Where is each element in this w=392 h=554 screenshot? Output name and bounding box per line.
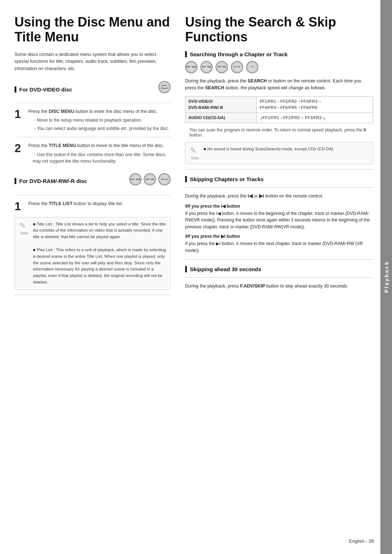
skipping30-text: During the playback, press F.ADV/SKIP bu…	[185, 283, 373, 290]
dvd-ram-disc-icon: DVD-RAM	[129, 173, 142, 186]
skipping30-section: Skipping ahead 30 seconds During the pla…	[185, 266, 373, 290]
prev-button-text: If you press the I◀ button, it moves to …	[185, 210, 373, 231]
dvd-ram-step-text: Press the TITLE LIST button to display t…	[28, 200, 171, 207]
dvd-video-label: For DVD-VIDEO disc	[19, 86, 72, 93]
skipping30-header: Skipping ahead 30 seconds	[185, 266, 373, 272]
searching-label: Searching through a Chapter or Track	[190, 51, 287, 57]
dvd-video-divider	[15, 103, 171, 103]
skipping30-divider	[185, 277, 373, 278]
searching-intro: During the playback, press the SEARCH or…	[185, 78, 373, 92]
skipping-header: Skipping Chapters or Tracks	[185, 176, 373, 182]
dvd-video-icon-group: DVD-VIDEO	[158, 81, 171, 93]
left-column: Using the Disc Menu and Title Menu Some …	[15, 15, 181, 539]
left-title: Using the Disc Menu and Title Menu	[15, 15, 171, 45]
dvdvideo-circle: DVD-VIDEO	[185, 61, 197, 73]
dvd-ram-step-number: 1	[15, 200, 25, 212]
search-table: DVD-VIDEO/DVD-RAM/-RW/-R FF1/FR1→FF2/FR2…	[185, 96, 373, 123]
main-content: Using the Disc Menu and Title Menu Some …	[0, 0, 380, 554]
skipping-bottom-divider	[185, 259, 373, 260]
prev-button-header: ¥If you press the I◀ button	[185, 204, 373, 209]
searching-divider	[185, 169, 373, 170]
step-1-bullet-2: You can select audio language and subtit…	[28, 125, 171, 132]
skipping-label: Skipping Chapters or Tracks	[190, 176, 264, 182]
searching-bullet-1: You can scan the program in reverse orde…	[185, 127, 373, 138]
step-2: 2 Press the TITLE MENU button to move to…	[15, 142, 171, 164]
cd-circle: CD	[246, 61, 258, 73]
cd-icon: CD	[246, 61, 258, 73]
search-value-2: ┌FF1/FR1→FF2/FR2→ FF3/FR3 ┐	[257, 113, 373, 123]
search-table-row-1: DVD-VIDEO/DVD-RAM/-RW/-R FF1/FR1→FF2/FR2…	[185, 96, 373, 113]
step-2-text: Press the TITLE MENU button to move to t…	[28, 142, 171, 149]
playback-sidebar: Playback	[380, 0, 392, 554]
playback-label: Playback	[383, 261, 389, 293]
step-1: 1 Press the DISC MENU button to enter th…	[15, 108, 171, 132]
dvd-video-disc-circle: DVD-VIDEO	[158, 81, 171, 93]
dvd-ram-header: For DVD-RAM/-RW/-R disc	[15, 178, 129, 184]
step-1-text: Press the DISC MENU button to enter the …	[28, 108, 171, 115]
dvd-ram-divider	[15, 195, 171, 195]
step-2-content: Press the TITLE MENU button to move to t…	[28, 142, 171, 164]
dvdram2-icon: DVD-RAM	[200, 61, 213, 73]
step-1-number: 1	[15, 108, 25, 120]
step-2-bullet-1: Use this button if the disc contains mor…	[28, 151, 171, 164]
next-button-text: If you press the ▶I button, it moves to …	[185, 240, 373, 254]
dvdrw2-icon: DVD-RW	[216, 61, 228, 73]
search-value-1: FF1/FR1→FF2/FR2→FF3/FR3→FF4/FR4→FF5/FR5→…	[257, 96, 373, 113]
dvd-ram-step-content: Press the TITLE LIST button to display t…	[28, 200, 171, 207]
dvd-ram-step-1: 1 Press the TITLE LIST button to display…	[15, 200, 171, 212]
note-icon-right: ✎	[190, 146, 200, 155]
dvd-ram-label: For DVD-RAM/-RW/-R disc	[19, 178, 87, 184]
search-label-1: DVD-VIDEO/DVD-RAM/-RW/-R	[185, 96, 257, 113]
skipping-intro: During the playback, press the I◀ or ▶I …	[185, 193, 373, 200]
search-label-2: AUDIO CD(CD-DA)	[185, 113, 257, 123]
dvdvideo-icon: DVD-VIDEO	[185, 61, 197, 73]
dvd-video-section: For DVD-VIDEO disc DVD-VIDEO 1	[15, 79, 171, 164]
dvd-video-header: For DVD-VIDEO disc	[15, 86, 158, 93]
note-box-left: ✎ Note ■ Title List : Title List shows a…	[15, 217, 171, 290]
footer-text: English - 39	[349, 538, 374, 544]
step-1-content: Press the DISC MENU button to enter the …	[28, 108, 171, 132]
search-table-row-2: AUDIO CD(CD-DA) ┌FF1/FR1→FF2/FR2→ FF3/FR…	[185, 113, 373, 123]
right-title: Using the Search & Skip Functions	[185, 15, 373, 45]
note-label-left: Note	[20, 231, 28, 235]
right-column: Using the Search & Skip Functions Search…	[181, 15, 373, 539]
next-button-header: ¥If you press the ▶I button	[185, 234, 373, 239]
dvdr2-icon: DVD-R	[231, 61, 243, 73]
dvd-video-disc-icon: DVD-VIDEO	[158, 81, 171, 93]
step-2-number: 2	[15, 142, 25, 154]
dvdrw2-circle: DVD-RW	[216, 61, 228, 73]
skipping30-label: Skipping ahead 30 seconds	[190, 266, 261, 272]
dvd-ram-icon-group: DVD-RAM DVD-RW DVD-R	[129, 173, 171, 186]
skipping-section: Skipping Chapters or Tracks During the p…	[185, 176, 373, 259]
dvd-r-disc-icon: DVD-R	[158, 173, 171, 186]
searching-header: Searching through a Chapter or Track	[185, 51, 373, 57]
dvd-ram-section: For DVD-RAM/-RW/-R disc DVD-RAM DVD-RW	[15, 170, 171, 295]
page: Using the Disc Menu and Title Menu Some …	[0, 0, 392, 554]
note-text-right: ■ No sound is heard during Scan(Search) …	[204, 146, 334, 152]
dvd-ram-circle: DVD-RAM	[129, 173, 142, 186]
dvd-rw-disc-icon: DVD-RW	[144, 173, 156, 186]
dvd-rw-circle: DVD-RW	[144, 173, 156, 186]
search-note-text: ■ No sound is heard during Scan(Search) …	[204, 146, 334, 152]
step1-divider	[15, 137, 171, 137]
note-box-right: ✎ Note ■ No sound is heard during Scan(S…	[185, 142, 373, 164]
dvdr2-circle: DVD-R	[231, 61, 243, 73]
searching-disc-icons: DVD-VIDEO DVD-RAM DVD-RW	[185, 61, 373, 73]
dvdram2-circle: DVD-RAM	[200, 61, 213, 73]
note-text-left: ■ Title List : Title List shows a list t…	[33, 221, 166, 286]
step-1-bullet-1: Move to the setup menu related to playba…	[28, 117, 171, 123]
note-icon-left: ✎	[19, 221, 29, 231]
searching-section: Searching through a Chapter or Track DVD…	[185, 51, 373, 170]
dvd-video-disc-label: DVD-VIDEO	[159, 85, 170, 89]
left-intro: Some discs contain a dedicated menu syst…	[15, 51, 171, 72]
skipping-top-divider	[185, 187, 373, 188]
bottom-divider-left	[15, 295, 171, 295]
note-label-right: Note	[191, 156, 199, 160]
dvd-r-circle: DVD-R	[158, 173, 171, 186]
